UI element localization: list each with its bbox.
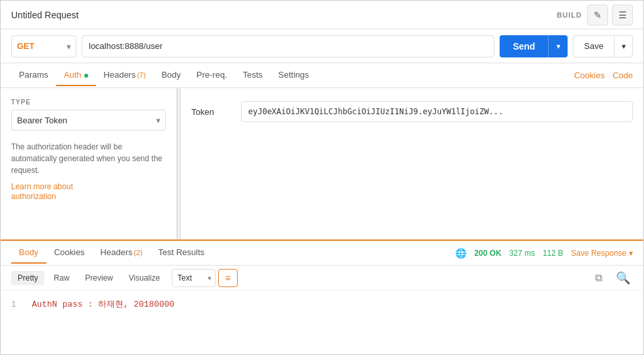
resp-format-raw[interactable]: Raw [47, 271, 76, 285]
send-btn-wrapper: Send ▾ [500, 35, 568, 57]
comment-icon: ☰ [619, 10, 627, 20]
response-body: 1 AuthN pass : 하재현, 20180000 [1, 290, 643, 336]
tab-prereq[interactable]: Pre-req. [189, 65, 235, 86]
type-select[interactable]: Bearer Token No Auth API Key Basic Auth … [11, 110, 166, 131]
save-response-button[interactable]: Save Response ▾ [571, 249, 633, 258]
page-title: Untitled Request [11, 10, 79, 20]
resp-tab-cookies[interactable]: Cookies [46, 242, 93, 264]
type-label: TYPE [11, 99, 166, 106]
save-response-chevron-icon: ▾ [629, 249, 633, 258]
token-row: Token [191, 101, 633, 122]
status-ok: 200 OK [474, 249, 501, 258]
title-bar: Untitled Request BUILD ✎ ☰ [1, 1, 643, 29]
status-size: 112 B [543, 249, 563, 258]
tab-params[interactable]: Params [11, 65, 56, 86]
status-time: 327 ms [509, 249, 535, 258]
type-select-wrapper: Bearer Token No Auth API Key Basic Auth … [11, 110, 166, 131]
url-input[interactable] [82, 35, 494, 57]
url-bar: GET POST PUT DELETE PATCH Send ▾ Save ▾ [1, 29, 643, 63]
edit-button[interactable]: ✎ [587, 5, 608, 25]
bottom-section: Body Cookies Headers(2) Test Results 🌐 2… [1, 239, 643, 336]
method-select-wrapper: GET POST PUT DELETE PATCH [11, 35, 76, 57]
line-number-1: 1 [11, 300, 16, 309]
send-dropdown-button[interactable]: ▾ [548, 35, 568, 57]
edit-icon: ✎ [594, 10, 602, 20]
text-format-select-wrapper: Text JSON HTML XML [172, 269, 216, 287]
tab-headers[interactable]: Headers(7) [96, 65, 154, 86]
token-label: Token [191, 107, 231, 117]
resp-tab-body[interactable]: Body [11, 242, 46, 264]
response-toolbar: Pretty Raw Preview Visualize Text JSON H… [1, 266, 643, 290]
response-line-1: AuthN pass : 하재현, 20180000 [32, 300, 174, 309]
token-input[interactable] [241, 101, 633, 122]
text-format-select[interactable]: Text JSON HTML XML [172, 269, 216, 287]
resp-tab-headers[interactable]: Headers(2) [93, 242, 151, 264]
auth-left-panel: TYPE Bearer Token No Auth API Key Basic … [1, 88, 177, 239]
code-link[interactable]: Code [613, 70, 633, 80]
tab-settings[interactable]: Settings [270, 65, 317, 86]
tab-body[interactable]: Body [153, 65, 189, 86]
auth-dot [84, 74, 88, 78]
build-label: BUILD [556, 11, 582, 19]
tab-auth[interactable]: Auth [56, 65, 96, 86]
auth-description: The authorization header will be automat… [11, 141, 166, 176]
title-bar-right: BUILD ✎ ☰ [556, 5, 633, 25]
save-button[interactable]: Save [573, 35, 615, 57]
save-btn-wrapper: Save ▾ [573, 35, 633, 57]
response-right-icons: ⧉ 🔍 [588, 269, 633, 287]
main-content: TYPE Bearer Token No Auth API Key Basic … [1, 88, 643, 239]
save-dropdown-button[interactable]: ▾ [615, 35, 633, 57]
copy-icon: ⧉ [595, 272, 602, 284]
title-bar-actions: ✎ ☰ [587, 5, 633, 25]
tab-tests[interactable]: Tests [235, 65, 270, 86]
response-status: 🌐 200 OK 327 ms 112 B Save Response ▾ [455, 248, 633, 258]
resp-tab-testresults[interactable]: Test Results [150, 242, 212, 264]
tabs-right-links: Cookies Code [574, 70, 633, 80]
filter-button[interactable]: ≡ [218, 269, 238, 287]
resp-format-visualize[interactable]: Visualize [122, 271, 167, 285]
send-button[interactable]: Send [500, 35, 548, 57]
filter-icon: ≡ [225, 273, 231, 283]
globe-icon: 🌐 [455, 248, 466, 258]
cookies-link[interactable]: Cookies [574, 70, 605, 80]
learn-more-link[interactable]: Learn more about authorization [11, 182, 73, 201]
copy-button[interactable]: ⧉ [588, 269, 608, 287]
search-icon: 🔍 [616, 271, 630, 285]
resp-format-preview[interactable]: Preview [78, 271, 120, 285]
response-tabs-bar: Body Cookies Headers(2) Test Results 🌐 2… [1, 241, 643, 266]
request-tabs-bar: Params Auth Headers(7) Body Pre-req. Tes… [1, 63, 643, 88]
method-select[interactable]: GET POST PUT DELETE PATCH [11, 35, 76, 57]
comment-button[interactable]: ☰ [612, 5, 633, 25]
auth-right-panel: Token [181, 88, 643, 239]
search-button[interactable]: 🔍 [613, 269, 633, 287]
resp-format-pretty[interactable]: Pretty [11, 271, 44, 285]
